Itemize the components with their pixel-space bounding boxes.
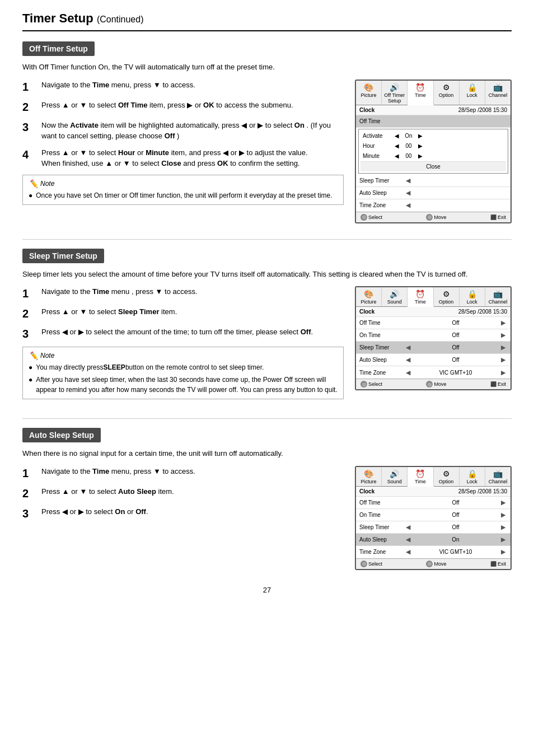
tv-sleep-timezone: Time Zone ◀ VIC GMT+10 ▶ xyxy=(356,366,510,379)
auto-step-1: 1 Navigate to the Time menu, press ▼ to … xyxy=(22,466,344,480)
tv-auto-ontime: On Time Off ▶ xyxy=(356,509,510,521)
off-timer-steps: 1 Navigate to the Time menu, press ▼ to … xyxy=(22,80,344,208)
nav-picture-3: 🎨 Picture xyxy=(356,467,382,486)
off-timer-header: Off Timer Setup xyxy=(22,41,95,56)
off-timer-screen: 🎨 Picture 🔊 Off Timer Setup ⏰ Time ⚙ Opt… xyxy=(355,80,512,223)
tv-auto-timezone: Time Zone ◀ VIC GMT+10 ▶ xyxy=(356,546,510,558)
tv-nav-off-timer: 🎨 Picture 🔊 Off Timer Setup ⏰ Time ⚙ Opt… xyxy=(356,81,510,105)
nav-option: ⚙ Option xyxy=(434,81,460,105)
sleep-timer-note: ✏️ Note You may directly press SLEEP but… xyxy=(22,347,344,399)
page-title: Timer Setup (Continued) xyxy=(22,11,512,31)
tv-nav-auto: 🎨 Picture 🔊 Sound ⏰ Time ⚙ Option xyxy=(356,467,510,487)
tv-auto-sleeptimer: Sleep Timer ◀ Off ▶ xyxy=(356,521,510,534)
tv-row-offtime: Off Time xyxy=(356,115,510,128)
nav-time-3: ⏰ Time xyxy=(407,467,433,487)
nav-option-2: ⚙ Option xyxy=(434,287,460,306)
tv-footer-2: ◎ Select ◎ Move ⬛ Exit xyxy=(356,379,510,389)
tv-footer-3: ◎ Select ◎ Move ⬛ Exit xyxy=(356,558,510,569)
step-3: 3 Now the Activate item will be highligh… xyxy=(22,120,344,142)
sleep-timer-steps: 1 Navigate to the Time menu , press ▼ to… xyxy=(22,286,344,403)
nav-time-2: ⏰ Time xyxy=(407,287,433,307)
sleep-step-1: 1 Navigate to the Time menu , press ▼ to… xyxy=(22,286,344,301)
auto-sleep-section: Auto Sleep Setup When there is no signal… xyxy=(22,428,512,570)
auto-sleep-steps: 1 Navigate to the Time menu, press ▼ to … xyxy=(22,466,344,526)
step-1: 1 Navigate to the Time menu, press ▼ to … xyxy=(22,80,344,94)
auto-sleep-screen: 🎨 Picture 🔊 Sound ⏰ Time ⚙ Option xyxy=(355,466,512,570)
tv-row-autosleep: Auto Sleep ◀ xyxy=(356,187,510,199)
tv-nav-sleep: 🎨 Picture 🔊 Sound ⏰ Time ⚙ Option xyxy=(356,287,510,307)
tv-submenu: Activate ◀ On ▶ Hour ◀ 00 ▶ Minute xyxy=(358,129,508,174)
sleep-timer-header: Sleep Timer Setup xyxy=(22,249,104,263)
nav-sound-2: 🔊 Sound xyxy=(382,287,407,306)
nav-picture: 🎨 Picture xyxy=(356,81,382,105)
note-item-1: Once you have set On timer or Off timer … xyxy=(29,190,338,200)
tv-sleep-autosleep: Auto Sleep ◀ Off ▶ xyxy=(356,354,510,366)
page-number: 27 xyxy=(22,586,512,594)
off-timer-desc: With Off Timer function On, the TV will … xyxy=(22,62,512,73)
tv-sleep-sleeptimer: Sleep Timer ◀ Off ▶ xyxy=(356,342,510,354)
step-4: 4 Press ▲ or ▼ to select Hour or Minute … xyxy=(22,147,344,169)
auto-sleep-desc: When there is no signal input for a cert… xyxy=(22,448,512,459)
nav-time: ⏰ Time xyxy=(407,81,433,105)
sleep-note-2: After you have set sleep timer, when the… xyxy=(29,375,338,395)
sleep-timer-screen: 🎨 Picture 🔊 Sound ⏰ Time ⚙ Option xyxy=(355,286,512,390)
sleep-timer-desc: Sleep timer lets you select the amount o… xyxy=(22,269,512,280)
nav-lock: 🔒 Lock xyxy=(460,81,485,105)
tv-row-sleeptimer: Sleep Timer ◀ xyxy=(356,175,510,187)
step-2: 2 Press ▲ or ▼ to select Off Time item, … xyxy=(22,100,344,114)
nav-option-3: ⚙ Option xyxy=(434,467,460,486)
sleep-step-3: 3 Press ◀ or ▶ to select the amount of t… xyxy=(22,326,344,341)
sleep-step-2: 2 Press ▲ or ▼ to select Sleep Timer ite… xyxy=(22,306,344,321)
nav-picture-2: 🎨 Picture xyxy=(356,287,382,306)
tv-row-timezone: Time Zone ◀ xyxy=(356,199,510,212)
tv-auto-offtime: Off Time Off ▶ xyxy=(356,497,510,509)
off-timer-note: ✏️ Note Once you have set On timer or Of… xyxy=(22,175,344,205)
tv-auto-autosleep: Auto Sleep ◀ On ▶ xyxy=(356,534,510,546)
tv-footer-1: ◎ Select ◎ Move ⬛ Exit xyxy=(356,212,510,222)
sleep-note-1: You may directly press SLEEP button on t… xyxy=(29,362,338,372)
tv-sleep-ontime: On Time Off ▶ xyxy=(356,329,510,342)
note-icon-2: ✏️ xyxy=(29,351,38,360)
nav-sound-3: 🔊 Sound xyxy=(382,467,407,486)
nav-lock-3: 🔒 Lock xyxy=(460,467,485,486)
continued-text: (Continued) xyxy=(97,15,144,24)
nav-channel-2: 📺 Channel xyxy=(485,287,510,306)
nav-sound: 🔊 Off Timer Setup xyxy=(382,81,407,105)
sleep-timer-section: Sleep Timer Setup Sleep timer lets you s… xyxy=(22,249,512,403)
nav-lock-2: 🔒 Lock xyxy=(460,287,485,306)
auto-step-2: 2 Press ▲ or ▼ to select Auto Sleep item… xyxy=(22,486,344,501)
title-text: Timer Setup xyxy=(22,11,93,25)
auto-step-3: 3 Press ◀ or ▶ to select On or Off. xyxy=(22,506,344,521)
nav-channel-3: 📺 Channel xyxy=(485,467,510,486)
note-icon: ✏️ xyxy=(29,179,38,188)
off-timer-section: Off Timer Setup With Off Timer function … xyxy=(22,41,512,223)
nav-channel: 📺 Channel xyxy=(485,81,510,105)
auto-sleep-header: Auto Sleep Setup xyxy=(22,428,101,442)
tv-sleep-offtime: Off Time Off ▶ xyxy=(356,317,510,329)
